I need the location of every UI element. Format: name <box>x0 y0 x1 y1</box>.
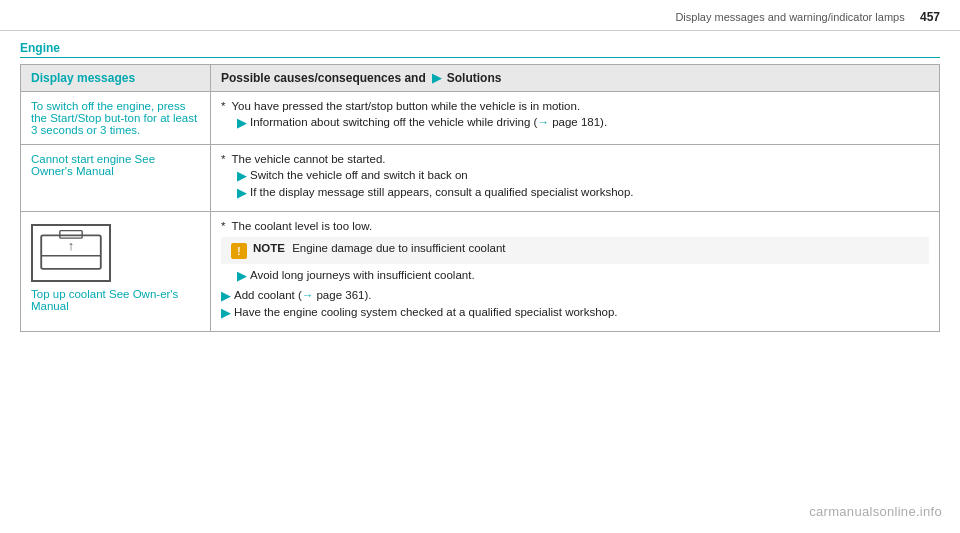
table-row: Cannot start engine See Owner's Manual *… <box>21 145 940 212</box>
section-title: Engine <box>20 41 940 58</box>
star-icon: * <box>221 153 225 165</box>
watermark: carmanualsonline.info <box>809 504 942 519</box>
col-header-display: Display messages <box>21 65 211 92</box>
coolant-icon: ↑ <box>31 224 111 282</box>
arrow-icon: ▶ <box>237 116 246 130</box>
arrow-icon: ▶ <box>221 289 230 303</box>
display-message-2: Cannot start engine See Owner's Manual <box>21 145 211 212</box>
col-header-solutions: Possible causes/consequences and ▶ Solut… <box>211 65 940 92</box>
solutions-3: * The coolant level is too low. ! NOTE E… <box>211 212 940 332</box>
solution-arrow: ▶ Add coolant (→ page 361). <box>221 289 929 303</box>
page-number: 457 <box>920 10 940 24</box>
solution-bullet: * You have pressed the start/stop button… <box>221 100 929 112</box>
solution-bullet: * The coolant level is too low. <box>221 220 929 232</box>
note-label: NOTE <box>253 242 285 254</box>
page-header: Display messages and warning/indicator l… <box>0 0 960 31</box>
svg-rect-2 <box>60 231 82 238</box>
arrow-icon: ▶ <box>237 269 246 283</box>
note-box: ! NOTE Engine damage due to insufficient… <box>221 237 929 264</box>
display-message-3: ↑ Top up coolant See Own-er's Manual <box>21 212 211 332</box>
arrow-icon: ▶ <box>237 186 246 200</box>
col2-solutions-text: Solutions <box>447 71 502 85</box>
star-icon: * <box>221 100 225 112</box>
star-icon: * <box>221 220 225 232</box>
solutions-2: * The vehicle cannot be started. ▶ Switc… <box>211 145 940 212</box>
col2-header-text: Possible causes/consequences and <box>221 71 426 85</box>
display-message-1: To switch off the engine, press the Star… <box>21 92 211 145</box>
main-table: Display messages Possible causes/consequ… <box>20 64 940 332</box>
table-row: ↑ Top up coolant See Own-er's Manual * T… <box>21 212 940 332</box>
solution-arrow: ▶ Information about switching off the ve… <box>221 116 929 130</box>
col2-arrow-icon: ▶ <box>432 71 441 85</box>
note-icon: ! <box>231 243 247 259</box>
solutions-1: * You have pressed the start/stop button… <box>211 92 940 145</box>
solution-arrow: ▶ Have the engine cooling system checked… <box>221 306 929 320</box>
arrow-icon: ▶ <box>237 169 246 183</box>
solution-bullet: * The vehicle cannot be started. <box>221 153 929 165</box>
svg-text:↑: ↑ <box>68 238 75 253</box>
table-row: To switch off the engine, press the Star… <box>21 92 940 145</box>
solution-arrow: ▶ Switch the vehicle off and switch it b… <box>221 169 929 183</box>
arrow-icon: ▶ <box>221 306 230 320</box>
content-area: Engine Display messages Possible causes/… <box>0 31 960 342</box>
header-text: Display messages and warning/indicator l… <box>675 11 904 23</box>
solution-arrow: ▶ If the display message still appears, … <box>221 186 929 200</box>
solution-arrow-indent: ▶ Avoid long journeys with insufficient … <box>221 269 929 283</box>
